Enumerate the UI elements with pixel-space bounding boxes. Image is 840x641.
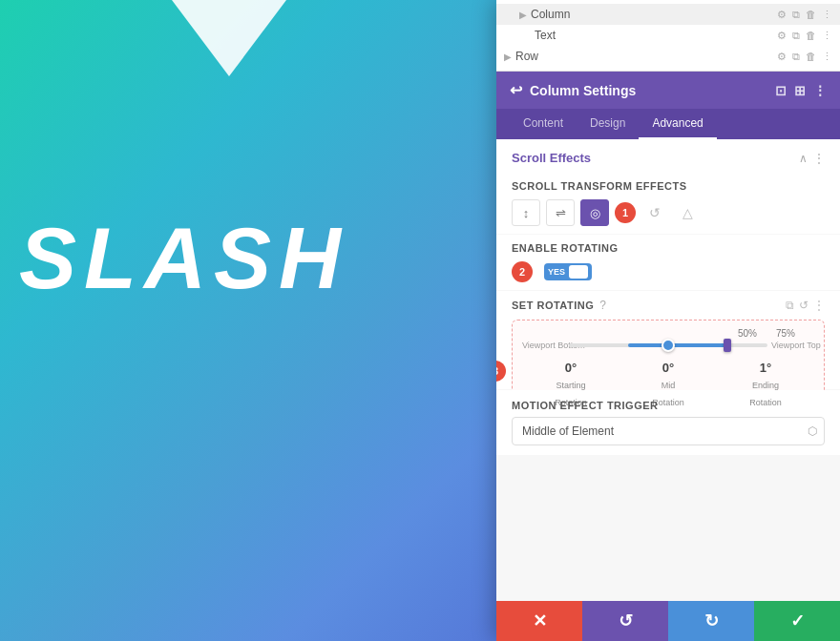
- scroll-effects-section: Scroll Effects ∧ ⋮: [496, 139, 840, 173]
- ending-rotation-label: EndingRotation: [749, 381, 782, 407]
- slider-thumb-secondary[interactable]: [724, 339, 731, 352]
- redo-button[interactable]: ↻: [668, 601, 754, 641]
- undo-icon[interactable]: ↺: [799, 299, 808, 312]
- chevron-up-icon[interactable]: ∧: [799, 152, 808, 165]
- ending-rotation-value: 1°: [749, 361, 782, 375]
- more-options-icon[interactable]: ⋮: [813, 152, 825, 165]
- slash-logo-text: SLASH: [19, 210, 348, 308]
- viewport-bottom-label: Viewport Bottom: [522, 341, 565, 351]
- more-icon[interactable]: ⋮: [813, 83, 827, 98]
- rotating-header: Set Rotating ? ⧉ ↺ ⋮: [512, 299, 825, 312]
- set-rotating-section: Set Rotating ? ⧉ ↺ ⋮ 50% 75%: [496, 291, 840, 389]
- enable-rotating-toggle[interactable]: YES: [544, 263, 592, 280]
- triangle-decoration: [172, 0, 286, 76]
- copy-icon[interactable]: ⧉: [792, 9, 800, 21]
- copy-icon[interactable]: ⧉: [786, 299, 794, 312]
- tree-row-text[interactable]: Text ⚙ ⧉ 🗑 ⋮: [496, 25, 840, 46]
- trash-icon[interactable]: 🗑: [806, 51, 816, 63]
- starting-rotation-value: 0°: [555, 361, 587, 375]
- tree-row-icons: ⚙ ⧉ 🗑 ⋮: [777, 9, 832, 21]
- rotate-transform-btn[interactable]: ◎: [580, 199, 609, 226]
- tree-row-label: Text: [535, 29, 777, 42]
- slider-track[interactable]: [569, 343, 767, 347]
- tree-panel: ▶ Column ⚙ ⧉ 🗑 ⋮ Text ⚙ ⧉ 🗑 ⋮ ▶ Row: [496, 0, 840, 72]
- layout-icon[interactable]: ⊞: [794, 83, 806, 98]
- badge-2: 2: [512, 261, 533, 282]
- save-button[interactable]: ✓: [754, 601, 840, 641]
- more-icon[interactable]: ⋮: [822, 51, 832, 63]
- tree-row-icons: ⚙ ⧉ 🗑 ⋮: [777, 30, 832, 42]
- tree-arrow: ▶: [504, 52, 515, 62]
- resize-icon[interactable]: ⊡: [775, 83, 787, 98]
- more-icon[interactable]: ⋮: [822, 9, 832, 21]
- tabs: Content Design Advanced: [496, 109, 840, 139]
- slider-thumb-main[interactable]: [662, 339, 675, 352]
- transform-buttons: ↕ ⇌ ◎ 1 ↺ △: [512, 199, 825, 226]
- transform-label: Scroll Transform Effects: [512, 180, 825, 192]
- tab-content[interactable]: Content: [510, 109, 577, 139]
- enable-rotating-field: Enable Rotating 2 YES: [496, 235, 840, 290]
- tree-row-label: Column: [531, 8, 777, 21]
- more-icon[interactable]: ⋮: [822, 30, 832, 42]
- trash-icon[interactable]: 🗑: [806, 30, 816, 42]
- tree-row-label: Row: [515, 50, 777, 63]
- badge-1: 1: [615, 202, 636, 223]
- section-controls: ∧ ⋮: [799, 152, 825, 165]
- horizontal-transform-btn[interactable]: ⇌: [546, 199, 575, 226]
- tree-row-column[interactable]: ▶ Column ⚙ ⧉ 🗑 ⋮: [496, 4, 840, 25]
- tree-row-icons: ⚙ ⧉ 🗑 ⋮: [777, 51, 832, 63]
- section-title: Scroll Effects: [512, 151, 591, 165]
- motion-trigger-value: Middle of Element: [522, 424, 614, 438]
- badge-3: 3: [496, 361, 506, 382]
- toggle-row: 2 YES: [512, 261, 825, 282]
- slider-fill: [628, 343, 727, 347]
- slider-track-row: Viewport Bottom Viewport Top: [522, 341, 814, 351]
- settings-title: Column Settings: [530, 83, 767, 98]
- motion-trigger-select-wrap: Middle of Element: [512, 417, 825, 445]
- undo-button[interactable]: ↺: [582, 601, 668, 641]
- tree-arrow: ▶: [519, 10, 531, 20]
- set-rotating-label: Set Rotating: [512, 300, 594, 311]
- help-icon[interactable]: ?: [599, 299, 606, 312]
- settings-content: Scroll Effects ∧ ⋮ Scroll Transform Effe…: [496, 139, 840, 601]
- viewport-top-label: Viewport Top: [771, 341, 814, 351]
- mid-rotation-value: 0°: [652, 361, 684, 375]
- settings-panel: ↩ Column Settings ⊡ ⊞ ⋮ Content Design A…: [496, 72, 840, 641]
- cancel-button[interactable]: ✕: [496, 601, 582, 641]
- toggle-thumb: [569, 265, 588, 279]
- gear-icon[interactable]: ⚙: [777, 51, 787, 63]
- right-panel: ▶ Column ⚙ ⧉ 🗑 ⋮ Text ⚙ ⧉ 🗑 ⋮ ▶ Row: [496, 0, 840, 641]
- delete-icon[interactable]: △: [674, 199, 701, 226]
- percent-50-label: 50%: [738, 328, 757, 339]
- background-gradient: [0, 0, 515, 641]
- percent-75-label: 75%: [776, 328, 795, 339]
- header-icons: ⊡ ⊞ ⋮: [775, 83, 827, 98]
- copy-icon[interactable]: ⧉: [792, 30, 800, 42]
- transform-effects-field: Scroll Transform Effects ↕ ⇌ ◎ 1 ↺ △: [496, 173, 840, 234]
- reset-icon[interactable]: ↺: [641, 199, 668, 226]
- tab-advanced[interactable]: Advanced: [639, 109, 716, 139]
- enable-rotating-label: Enable Rotating: [512, 242, 825, 254]
- back-icon[interactable]: ↩: [510, 81, 522, 99]
- ending-rotation-item: 1° EndingRotation: [749, 361, 782, 409]
- tree-row-row[interactable]: ▶ Row ⚙ ⧉ 🗑 ⋮: [496, 46, 840, 67]
- gear-icon[interactable]: ⚙: [777, 9, 787, 21]
- copy-icon[interactable]: ⧉: [792, 51, 800, 63]
- settings-header: ↩ Column Settings ⊡ ⊞ ⋮: [496, 72, 840, 109]
- tab-design[interactable]: Design: [577, 109, 639, 139]
- slider-labels: 50% 75%: [522, 328, 814, 339]
- toggle-yes-label: YES: [548, 267, 565, 277]
- motion-trigger-select[interactable]: Middle of Element: [512, 417, 825, 445]
- trash-icon[interactable]: 🗑: [806, 9, 816, 21]
- more-icon[interactable]: ⋮: [813, 299, 825, 312]
- rotating-icons: ⧉ ↺ ⋮: [786, 299, 825, 312]
- footer-bar: ✕ ↺ ↻ ✓: [496, 601, 840, 641]
- vertical-transform-btn[interactable]: ↕: [512, 199, 540, 226]
- gear-icon[interactable]: ⚙: [777, 30, 787, 42]
